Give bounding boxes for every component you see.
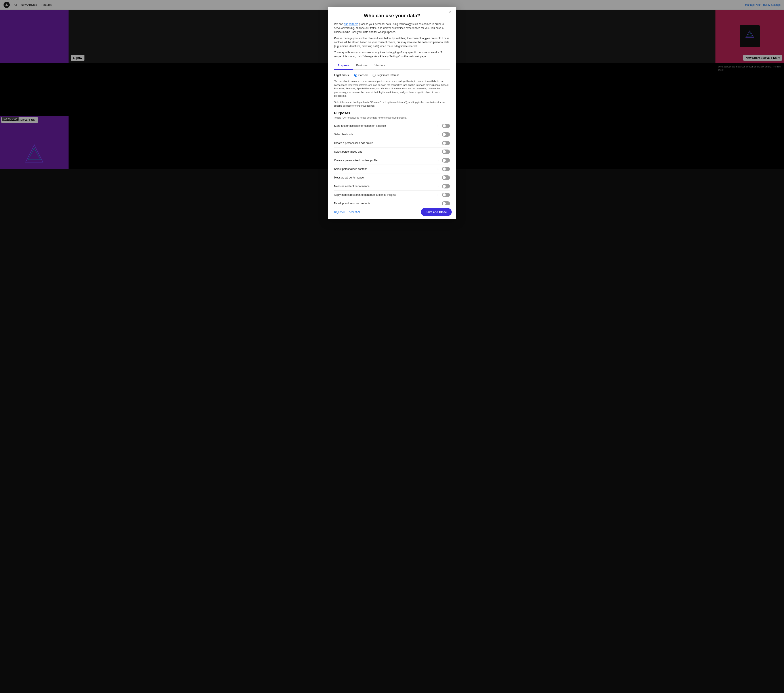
modal-overlay: × Who can use your data? We and our part… bbox=[0, 0, 261, 231]
